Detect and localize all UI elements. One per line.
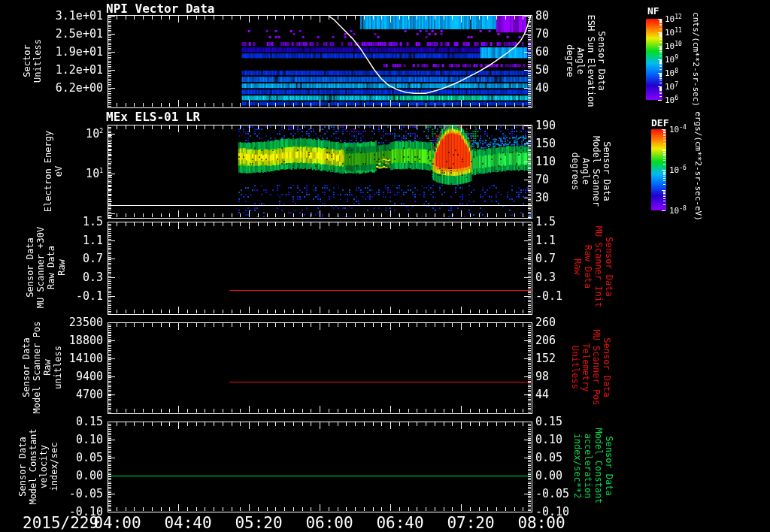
colorbar-nf-units-label: cnts/(cm**2-sr-sec) [691, 12, 701, 107]
colorbar-tick-label: 1012 [665, 14, 682, 25]
y-tick-label: 0.05 [0, 451, 103, 464]
panel1-title: NPI Vector Data [106, 2, 215, 16]
y-tick-label: 190 [535, 119, 556, 132]
y-tick-label: 206 [535, 334, 556, 347]
x-tick-label: 07:20 [433, 514, 508, 532]
y-tick-label: 14100 [0, 352, 103, 365]
x-tick-label: 06:00 [292, 514, 367, 532]
y-tick-label: 1.9e+01 [0, 45, 103, 59]
y-tick-label: 1.1 [0, 234, 103, 247]
colorbar-tick-label: 106 [665, 95, 678, 106]
y-tick-label: 102 [0, 127, 103, 141]
y-tick-label: 6.2e+00 [0, 81, 103, 95]
y-tick-label: -0.05 [0, 487, 103, 500]
cdaweb-multi-panel-plot: NPI Vector Data MEx ELS-01 LR Sector Uni… [0, 0, 770, 532]
y-tick-label: 0.00 [0, 469, 103, 482]
y-tick-label: 110 [535, 155, 556, 168]
y-tick-label: 1.5 [0, 215, 103, 228]
y-tick-label: 2.5e+01 [0, 27, 103, 41]
colorbar-def-title: DEF [651, 117, 668, 128]
y-tick-label: 70 [535, 173, 549, 186]
y-tick-label: 1.5 [535, 215, 556, 228]
y-tick-label: 98 [535, 370, 549, 383]
y-tick-label: 0.15 [535, 415, 562, 428]
panel2-right-axis-label: Sensor Data Model Scanner Angle degrees [570, 136, 612, 207]
y-tick-label: 0.15 [0, 415, 103, 428]
colorbar-tick-label: 10-8 [669, 205, 687, 216]
y-tick-label: 0.10 [0, 433, 103, 446]
y-tick-label: 30 [535, 191, 549, 204]
y-tick-label: 44 [535, 388, 549, 401]
y-tick-label: 0.7 [535, 252, 556, 265]
y-tick-label: 0.3 [535, 271, 556, 284]
y-tick-label: -0.1 [535, 289, 562, 303]
y-tick-label: 3.1e+01 [0, 9, 103, 23]
colorbar-tick-label: 1011 [665, 27, 682, 38]
y-tick-label: 0.10 [535, 433, 562, 446]
colorbar-nf-title: NF [647, 5, 659, 17]
y-tick-label: 4700 [0, 388, 103, 401]
y-tick-label: -0.1 [0, 289, 103, 303]
y-tick-label: 1.2e+01 [0, 63, 103, 77]
y-tick-label: 0.3 [0, 271, 103, 284]
x-tick-label: 05:20 [221, 514, 296, 532]
x-tick-label: 04:40 [150, 514, 226, 532]
panel2-title: MEx ELS-01 LR [106, 110, 200, 124]
colorbar-tick-label: 109 [665, 54, 678, 65]
y-tick-label: 40 [535, 81, 549, 95]
y-tick-label: 101 [0, 167, 103, 180]
y-tick-label: 18800 [0, 334, 103, 347]
colorbar-def-units-label: ergs/(cm**2-sr-sec-eV) [693, 111, 703, 221]
colorbar-tick-label: 10-6 [669, 165, 687, 176]
y-tick-label: 60 [535, 45, 549, 59]
y-tick-label: 9400 [0, 370, 103, 383]
y-tick-label: 0.00 [535, 469, 562, 482]
x-tick-label: 06:40 [362, 514, 438, 532]
y-tick-label: 80 [535, 9, 549, 23]
y-tick-label: 1.1 [535, 234, 556, 247]
panel1-right-axis-label: Sensor Data ESH Sun Elevation Angle degr… [565, 15, 607, 107]
y-tick-label: -0.10 [535, 505, 569, 518]
panel3-right-axis-label: Sensor Data MU Scanner Init Raw Data Raw [572, 226, 614, 307]
y-tick-label: 260 [535, 316, 556, 329]
y-tick-label: 23500 [0, 316, 103, 329]
y-tick-label: -0.05 [535, 487, 569, 500]
y-tick-label: 152 [535, 352, 556, 365]
y-tick-label: -0.10 [0, 505, 103, 518]
panel5-right-axis-label: Sensor Data Model Constant acceleration … [572, 428, 614, 503]
colorbar-tick-label: 108 [665, 68, 678, 79]
panel4-right-axis-label: Sensor Data MU Scanner Pos Telemetry Uni… [570, 329, 612, 405]
y-tick-label: 70 [535, 27, 549, 41]
y-tick-label: 0.05 [535, 451, 562, 464]
y-tick-label: 0.7 [0, 252, 103, 265]
y-tick-label: 150 [535, 137, 556, 150]
colorbar-tick-label: 10-4 [669, 124, 687, 135]
colorbar-tick-label: 1010 [665, 41, 682, 52]
y-tick-label: 50 [535, 63, 549, 77]
colorbar-tick-label: 107 [665, 81, 678, 92]
plot-graphics-canvas [0, 0, 770, 532]
